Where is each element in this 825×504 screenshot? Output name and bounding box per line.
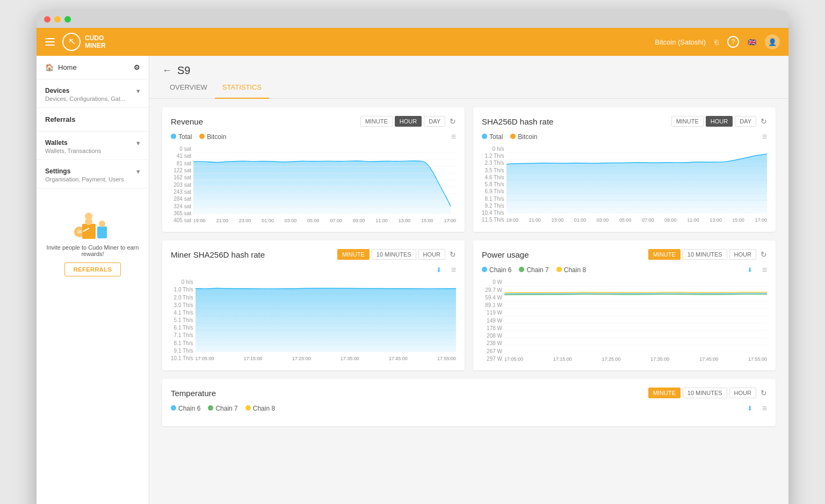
revenue-title: Revenue <box>171 117 203 126</box>
temp-10min-btn[interactable]: 10 MINUTES <box>683 388 727 398</box>
y-label: 119 W <box>482 310 502 316</box>
x-label: 19:00 <box>506 217 519 223</box>
miner-minute-btn[interactable]: MINUTE <box>337 249 370 260</box>
sidebar-home-item[interactable]: 🏠 Home ⚙ <box>37 56 149 79</box>
temp-minute-btn[interactable]: MINUTE <box>648 388 681 398</box>
miner-hashrate-svg <box>196 279 456 352</box>
tab-overview[interactable]: OVERVIEW <box>162 77 215 99</box>
sidebar-gear-icon[interactable]: ⚙ <box>134 63 140 71</box>
sha256d-controls: MINUTE HOUR DAY ↻ <box>671 116 767 127</box>
sidebar-wallets-section[interactable]: ▾ Wallets Wallets, Transactions <box>37 132 149 160</box>
sha256d-menu-icon[interactable]: ≡ <box>762 132 767 142</box>
power-legend-chain7: Chain 7 <box>519 266 548 274</box>
help-icon[interactable]: ? <box>727 36 739 48</box>
svg-rect-3 <box>97 227 107 238</box>
hamburger-menu[interactable] <box>45 38 55 46</box>
revenue-menu-icon[interactable]: ≡ <box>451 132 456 142</box>
sidebar-referrals-item[interactable]: Referrals <box>37 108 149 132</box>
revenue-hour-btn[interactable]: HOUR <box>395 116 422 127</box>
sha256d-x-labels: 19:00 21:00 23:00 01:00 03:00 05:00 07:0… <box>506 217 767 223</box>
revenue-refresh-icon[interactable]: ↻ <box>450 117 456 126</box>
share-icon[interactable]: ⎗ <box>714 38 719 46</box>
x-label: 11:00 <box>687 217 699 223</box>
power-minute-btn[interactable]: MINUTE <box>648 249 681 260</box>
y-label: 0 W <box>482 279 502 285</box>
power-menu-icon[interactable]: ≡ <box>762 265 767 275</box>
miner-10min-btn[interactable]: 10 MINUTES <box>372 249 416 260</box>
power-refresh-icon[interactable]: ↻ <box>761 250 767 259</box>
temperature-title: Temperature <box>171 389 216 398</box>
x-label: 03:00 <box>597 217 609 223</box>
miner-refresh-icon[interactable]: ↻ <box>450 250 456 259</box>
close-dot[interactable] <box>44 16 50 23</box>
top-nav: ⛏ CUDOMINER Bitcoin (Satoshi) ⎗ ? 🇬🇧 👤 <box>37 28 788 56</box>
revenue-day-btn[interactable]: DAY <box>424 116 445 127</box>
user-icon[interactable]: 👤 <box>765 34 780 49</box>
y-label: 10.4 Th/s <box>482 210 504 216</box>
y-label: 11.5 Th/s <box>482 217 504 223</box>
power-10min-btn[interactable]: 10 MINUTES <box>683 249 727 260</box>
x-label: 05:00 <box>619 217 632 223</box>
revenue-svg-wrap: 19:00 21:00 23:00 01:00 03:00 05:00 07:0… <box>193 146 456 223</box>
x-label: 17:05:00 <box>504 356 523 362</box>
page-title: S9 <box>177 64 190 77</box>
power-usage-controls: MINUTE 10 MINUTES HOUR ↻ <box>648 249 767 260</box>
sha256d-svg-wrap: 19:00 21:00 23:00 01:00 03:00 05:00 07:0… <box>506 146 767 223</box>
y-label: 41 sat <box>171 153 191 159</box>
sha256d-refresh-icon[interactable]: ↻ <box>761 117 767 126</box>
miner-download-icon[interactable]: ⬇ <box>436 266 442 274</box>
revenue-y-labels: 405 sat 365 sat 324 sat 284 sat 243 sat … <box>171 146 193 223</box>
sha256d-minute-btn[interactable]: MINUTE <box>671 116 704 127</box>
y-label: 4.6 Th/s <box>482 174 504 180</box>
sha256d-legend-bitcoin: Bitcoin <box>510 133 537 141</box>
x-label: 01:00 <box>574 217 587 223</box>
y-label: 267 W <box>482 348 502 354</box>
x-label: 09:00 <box>353 218 365 223</box>
tab-statistics[interactable]: STATISTICS <box>215 77 269 99</box>
temp-refresh-icon[interactable]: ↻ <box>761 389 767 397</box>
temp-download-icon[interactable]: ⬇ <box>747 405 752 412</box>
sidebar-devices-section[interactable]: ▾ Devices Devices, Configurations, Gat..… <box>37 79 149 108</box>
miner-hashrate-chart-card: Miner SHA256D hash rate MINUTE 10 MINUTE… <box>162 240 465 370</box>
y-label: 1.2 Th/s <box>482 153 504 159</box>
sha256d-chart-header: SHA256D hash rate MINUTE HOUR DAY ↻ <box>482 116 767 127</box>
y-label: 3.5 Th/s <box>482 167 504 173</box>
home-link[interactable]: 🏠 Home <box>45 63 77 71</box>
sha256d-legend-total: Total <box>482 133 503 141</box>
sha256d-day-btn[interactable]: DAY <box>735 116 756 127</box>
maximize-dot[interactable] <box>64 16 71 23</box>
power-hour-btn[interactable]: HOUR <box>729 249 756 260</box>
flag-icon[interactable]: 🇬🇧 <box>748 38 756 46</box>
y-label: 178 W <box>482 325 502 331</box>
power-legend-chain6: Chain 6 <box>482 266 511 274</box>
temp-hour-btn[interactable]: HOUR <box>729 388 756 398</box>
power-download-icon[interactable]: ⬇ <box>747 266 752 274</box>
title-bar <box>37 11 788 28</box>
miner-hour-btn[interactable]: HOUR <box>418 249 445 260</box>
devices-sub: Devices, Configurations, Gat... <box>45 96 140 102</box>
sha256d-chart-wrapper: 11.5 Th/s 10.4 Th/s 9.2 Th/s 8.1 Th/s 6.… <box>482 146 767 223</box>
nav-right: Bitcoin (Satoshi) ⎗ ? 🇬🇧 👤 <box>655 34 780 49</box>
y-label: 10.1 Th/s <box>171 355 193 361</box>
svg-point-2 <box>85 213 92 220</box>
miner-menu-icon[interactable]: ≡ <box>451 265 456 275</box>
power-usage-svg <box>504 279 767 353</box>
y-label: 284 sat <box>171 196 191 202</box>
nav-left: ⛏ CUDOMINER <box>45 33 106 51</box>
revenue-minute-btn[interactable]: MINUTE <box>360 116 393 127</box>
referrals-button[interactable]: REFERRALS <box>64 262 121 276</box>
y-label: 6.1 Th/s <box>171 325 193 331</box>
temp-menu-icon[interactable]: ≡ <box>762 404 767 413</box>
y-label: 0 h/s <box>482 146 504 152</box>
sha256d-chart-card: SHA256D hash rate MINUTE HOUR DAY ↻ Tota… <box>473 107 776 232</box>
y-label: 29.7 W <box>482 287 502 293</box>
revenue-controls: MINUTE HOUR DAY ↻ <box>360 116 456 127</box>
back-button[interactable]: ← <box>162 65 172 76</box>
x-label: 17:55:00 <box>748 356 767 362</box>
minimize-dot[interactable] <box>54 16 61 23</box>
sidebar-settings-section[interactable]: ▾ Settings Organisation, Payment, Users <box>37 160 149 188</box>
app-window: ⛏ CUDOMINER Bitcoin (Satoshi) ⎗ ? 🇬🇧 👤 🏠… <box>37 11 788 504</box>
sha256d-hour-btn[interactable]: HOUR <box>706 116 733 127</box>
power-usage-chart-wrapper: 297 W 267 W 238 W 208 W 178 W 149 W 119 … <box>482 279 767 362</box>
temperature-header: Temperature MINUTE 10 MINUTES HOUR ↻ <box>171 388 767 398</box>
